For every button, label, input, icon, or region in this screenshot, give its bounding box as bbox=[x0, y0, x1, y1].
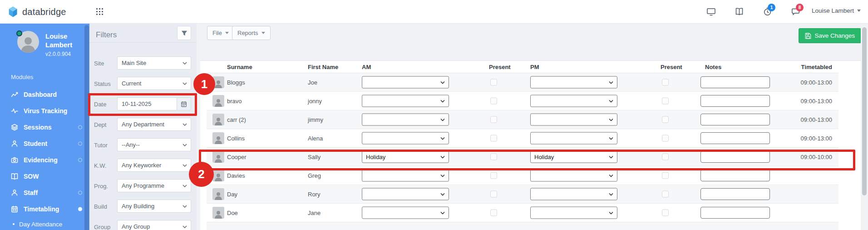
apps-grid-icon[interactable] bbox=[96, 8, 103, 15]
save-icon bbox=[805, 33, 811, 39]
kw-select[interactable]: Any Keyworker bbox=[117, 159, 191, 172]
calendar-icon[interactable] bbox=[177, 97, 191, 110]
app-header: databridge 1 8 Louise Lam bbox=[0, 0, 868, 24]
pm-present-checkbox[interactable] bbox=[662, 116, 669, 123]
user-menu[interactable]: Louise Lambert bbox=[812, 7, 861, 14]
sidebar-item-sow[interactable]: SOW bbox=[0, 168, 89, 185]
am-present-checkbox[interactable] bbox=[490, 172, 497, 179]
sidebar-scrollbar[interactable] bbox=[84, 25, 89, 230]
filter-label: Build bbox=[94, 203, 107, 210]
am-present-checkbox[interactable] bbox=[490, 98, 497, 105]
am-present-checkbox[interactable] bbox=[490, 154, 497, 160]
avatar[interactable] bbox=[17, 31, 39, 53]
notes-input[interactable] bbox=[700, 132, 770, 144]
site-select[interactable]: Main Site bbox=[117, 56, 191, 70]
notes-input[interactable] bbox=[700, 76, 770, 88]
table-row: DaviesGreg bbox=[207, 166, 838, 185]
timetabled-cell: 09:00-13:00 bbox=[765, 79, 835, 86]
am-select[interactable] bbox=[362, 95, 449, 107]
surname-cell: Bloggs bbox=[227, 79, 245, 86]
pending-clock-icon[interactable]: 1 bbox=[763, 7, 772, 16]
brand[interactable]: databridge bbox=[7, 6, 66, 18]
filters-title: Filters bbox=[96, 30, 117, 40]
pm-present-checkbox[interactable] bbox=[662, 172, 669, 179]
status-select[interactable]: Current bbox=[117, 77, 191, 90]
notes-input[interactable] bbox=[700, 114, 770, 125]
am-present-checkbox[interactable] bbox=[490, 191, 497, 198]
pm-select[interactable] bbox=[530, 188, 617, 200]
pm-select[interactable] bbox=[530, 95, 617, 107]
am-present-checkbox[interactable] bbox=[490, 116, 497, 123]
notes-input[interactable] bbox=[700, 207, 770, 219]
page-scrollbar-thumb[interactable] bbox=[862, 27, 867, 195]
handbook-icon[interactable] bbox=[735, 7, 744, 16]
filter-label: Tutor bbox=[94, 141, 108, 148]
table-body: BloggsJoe09:00-13:00bravojonny09:00-13:0… bbox=[207, 73, 838, 230]
reports-menu-button[interactable]: Reports bbox=[232, 26, 271, 40]
am-select[interactable] bbox=[362, 170, 449, 182]
notes-input[interactable] bbox=[700, 170, 770, 181]
am-select[interactable] bbox=[362, 188, 449, 200]
table-header-row: SurnameFirst NameAMPresentPMPresentNotes… bbox=[207, 61, 838, 73]
timetabled-cell: 09:00-13:00 bbox=[765, 116, 835, 123]
group-select[interactable]: Any Group bbox=[117, 220, 191, 230]
prog-select[interactable]: Any Programme bbox=[117, 179, 191, 192]
sidebar-item-evidencing[interactable]: Evidencing bbox=[0, 152, 89, 168]
notes-input[interactable] bbox=[700, 151, 770, 163]
notes-input[interactable] bbox=[700, 188, 770, 200]
pm-select[interactable] bbox=[530, 76, 617, 89]
pm-select[interactable] bbox=[530, 170, 617, 182]
pm-present-checkbox[interactable] bbox=[662, 191, 669, 198]
pm-present-checkbox[interactable] bbox=[662, 79, 669, 86]
date-input[interactable]: 10-11-2025 bbox=[117, 97, 177, 110]
am-present-checkbox[interactable] bbox=[490, 79, 497, 86]
brand-name: databridge bbox=[22, 7, 66, 17]
pm-select[interactable] bbox=[530, 207, 617, 219]
pm-present-checkbox[interactable] bbox=[662, 210, 669, 216]
sidebar-item-timetabling[interactable]: Timetabling bbox=[0, 201, 89, 217]
display-icon[interactable] bbox=[706, 7, 716, 16]
sidebar-item-label: Staff bbox=[24, 189, 38, 196]
book-icon bbox=[11, 173, 18, 180]
file-menu-button[interactable]: File bbox=[207, 26, 234, 40]
sidebar-subitem-day-attendance[interactable]: Day Attendance bbox=[0, 217, 89, 230]
am-select[interactable] bbox=[362, 207, 449, 219]
pm-select[interactable] bbox=[530, 132, 617, 145]
timetabled-cell: 09:00-13:00 bbox=[765, 135, 835, 142]
apply-filter-button[interactable] bbox=[177, 26, 191, 40]
first-name-cell: Sally bbox=[308, 154, 321, 160]
sidebar-item-dashboard[interactable]: Dashboard bbox=[0, 86, 89, 103]
am-present-checkbox[interactable] bbox=[490, 135, 497, 142]
filter-label: Group bbox=[94, 223, 110, 230]
notes-input[interactable] bbox=[700, 95, 770, 107]
dept-select[interactable]: Any Department bbox=[117, 118, 191, 131]
student-avatar bbox=[212, 170, 224, 181]
pm-present-checkbox[interactable] bbox=[662, 154, 669, 160]
build-select[interactable]: Any Building bbox=[117, 200, 191, 213]
am-present-checkbox[interactable] bbox=[490, 210, 497, 216]
filter-row-site: SiteMain Site bbox=[89, 56, 197, 70]
am-select[interactable]: Holiday bbox=[362, 151, 449, 163]
tutor-select[interactable]: --Any-- bbox=[117, 138, 191, 151]
sidebar-item-virus-tracking[interactable]: Virus Tracking bbox=[0, 103, 89, 119]
calendar-icon bbox=[11, 205, 18, 213]
sidebar-item-sessions[interactable]: Sessions bbox=[0, 119, 89, 135]
filter-row-group: GroupAny Group bbox=[89, 220, 197, 230]
expand-indicator-icon bbox=[78, 125, 82, 130]
column-header-surname: Surname bbox=[227, 64, 252, 70]
sidebar-item-student[interactable]: Student bbox=[0, 135, 89, 152]
am-select[interactable] bbox=[362, 114, 449, 126]
pm-present-checkbox[interactable] bbox=[662, 98, 669, 105]
sidebar-item-staff[interactable]: Staff bbox=[0, 185, 89, 201]
expand-indicator-icon bbox=[78, 191, 82, 195]
filter-label: Prog. bbox=[94, 182, 108, 189]
am-select[interactable] bbox=[362, 76, 449, 89]
column-header-present-pm: Present bbox=[661, 64, 682, 70]
am-select[interactable] bbox=[362, 132, 449, 145]
pm-select[interactable]: Holiday bbox=[530, 151, 617, 163]
pm-present-checkbox[interactable] bbox=[662, 135, 669, 142]
student-avatar bbox=[212, 132, 224, 144]
pm-select[interactable] bbox=[530, 114, 617, 126]
messages-icon[interactable]: 8 bbox=[791, 7, 800, 16]
save-changes-button[interactable]: Save Changes bbox=[799, 28, 861, 43]
